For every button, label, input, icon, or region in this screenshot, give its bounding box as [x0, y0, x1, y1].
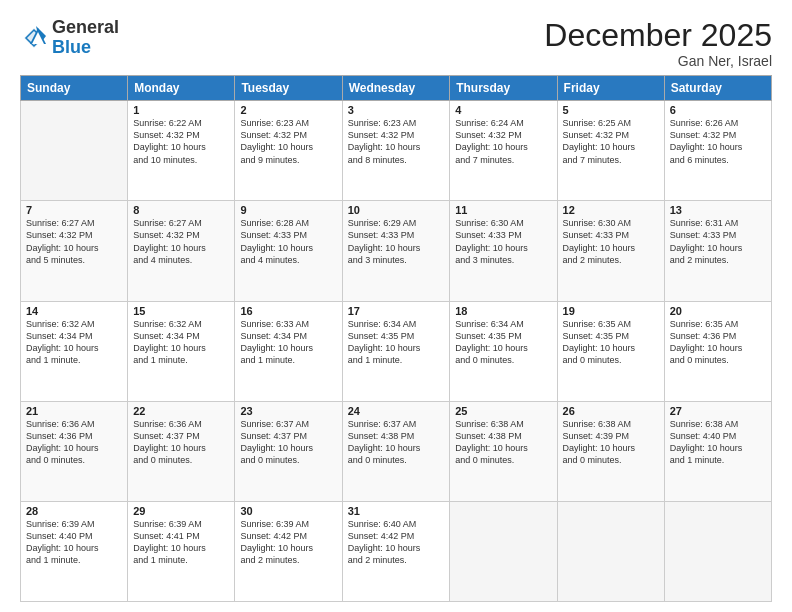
calendar-cell: 4Sunrise: 6:24 AM Sunset: 4:32 PM Daylig… — [450, 101, 557, 201]
calendar-cell — [664, 501, 771, 601]
day-info: Sunrise: 6:35 AM Sunset: 4:36 PM Dayligh… — [670, 318, 766, 367]
day-info: Sunrise: 6:39 AM Sunset: 4:41 PM Dayligh… — [133, 518, 229, 567]
calendar-cell: 28Sunrise: 6:39 AM Sunset: 4:40 PM Dayli… — [21, 501, 128, 601]
calendar-cell: 30Sunrise: 6:39 AM Sunset: 4:42 PM Dayli… — [235, 501, 342, 601]
day-number: 17 — [348, 305, 445, 317]
calendar-cell: 10Sunrise: 6:29 AM Sunset: 4:33 PM Dayli… — [342, 201, 450, 301]
day-info: Sunrise: 6:27 AM Sunset: 4:32 PM Dayligh… — [26, 217, 122, 266]
day-info: Sunrise: 6:24 AM Sunset: 4:32 PM Dayligh… — [455, 117, 551, 166]
calendar-cell: 25Sunrise: 6:38 AM Sunset: 4:38 PM Dayli… — [450, 401, 557, 501]
location: Gan Ner, Israel — [544, 53, 772, 69]
day-number: 28 — [26, 505, 122, 517]
calendar-cell: 21Sunrise: 6:36 AM Sunset: 4:36 PM Dayli… — [21, 401, 128, 501]
day-info: Sunrise: 6:26 AM Sunset: 4:32 PM Dayligh… — [670, 117, 766, 166]
day-number: 4 — [455, 104, 551, 116]
page: General Blue December 2025 Gan Ner, Isra… — [0, 0, 792, 612]
day-info: Sunrise: 6:25 AM Sunset: 4:32 PM Dayligh… — [563, 117, 659, 166]
day-info: Sunrise: 6:32 AM Sunset: 4:34 PM Dayligh… — [26, 318, 122, 367]
day-info: Sunrise: 6:37 AM Sunset: 4:37 PM Dayligh… — [240, 418, 336, 467]
day-number: 23 — [240, 405, 336, 417]
day-number: 30 — [240, 505, 336, 517]
calendar-cell: 24Sunrise: 6:37 AM Sunset: 4:38 PM Dayli… — [342, 401, 450, 501]
day-number: 12 — [563, 204, 659, 216]
calendar-cell: 19Sunrise: 6:35 AM Sunset: 4:35 PM Dayli… — [557, 301, 664, 401]
weekday-header: Thursday — [450, 76, 557, 101]
day-number: 26 — [563, 405, 659, 417]
day-number: 9 — [240, 204, 336, 216]
calendar-cell: 20Sunrise: 6:35 AM Sunset: 4:36 PM Dayli… — [664, 301, 771, 401]
calendar-cell: 3Sunrise: 6:23 AM Sunset: 4:32 PM Daylig… — [342, 101, 450, 201]
day-info: Sunrise: 6:39 AM Sunset: 4:42 PM Dayligh… — [240, 518, 336, 567]
day-info: Sunrise: 6:22 AM Sunset: 4:32 PM Dayligh… — [133, 117, 229, 166]
logo-blue-text: Blue — [52, 37, 91, 57]
calendar-table: SundayMondayTuesdayWednesdayThursdayFrid… — [20, 75, 772, 602]
logo: General Blue — [20, 18, 119, 58]
day-info: Sunrise: 6:30 AM Sunset: 4:33 PM Dayligh… — [563, 217, 659, 266]
calendar-cell — [557, 501, 664, 601]
day-number: 22 — [133, 405, 229, 417]
logo-general-text: General — [52, 17, 119, 37]
day-info: Sunrise: 6:30 AM Sunset: 4:33 PM Dayligh… — [455, 217, 551, 266]
day-number: 8 — [133, 204, 229, 216]
day-info: Sunrise: 6:35 AM Sunset: 4:35 PM Dayligh… — [563, 318, 659, 367]
calendar-cell: 5Sunrise: 6:25 AM Sunset: 4:32 PM Daylig… — [557, 101, 664, 201]
logo-text: General Blue — [52, 18, 119, 58]
logo-icon — [20, 24, 48, 52]
calendar-cell: 7Sunrise: 6:27 AM Sunset: 4:32 PM Daylig… — [21, 201, 128, 301]
day-info: Sunrise: 6:33 AM Sunset: 4:34 PM Dayligh… — [240, 318, 336, 367]
calendar-cell: 8Sunrise: 6:27 AM Sunset: 4:32 PM Daylig… — [128, 201, 235, 301]
calendar-cell: 22Sunrise: 6:36 AM Sunset: 4:37 PM Dayli… — [128, 401, 235, 501]
calendar-cell: 11Sunrise: 6:30 AM Sunset: 4:33 PM Dayli… — [450, 201, 557, 301]
day-number: 1 — [133, 104, 229, 116]
day-number: 19 — [563, 305, 659, 317]
day-info: Sunrise: 6:39 AM Sunset: 4:40 PM Dayligh… — [26, 518, 122, 567]
day-number: 11 — [455, 204, 551, 216]
day-info: Sunrise: 6:34 AM Sunset: 4:35 PM Dayligh… — [455, 318, 551, 367]
day-number: 7 — [26, 204, 122, 216]
day-info: Sunrise: 6:36 AM Sunset: 4:37 PM Dayligh… — [133, 418, 229, 467]
day-info: Sunrise: 6:23 AM Sunset: 4:32 PM Dayligh… — [348, 117, 445, 166]
day-number: 14 — [26, 305, 122, 317]
day-info: Sunrise: 6:36 AM Sunset: 4:36 PM Dayligh… — [26, 418, 122, 467]
calendar-cell — [21, 101, 128, 201]
day-number: 16 — [240, 305, 336, 317]
calendar-cell: 6Sunrise: 6:26 AM Sunset: 4:32 PM Daylig… — [664, 101, 771, 201]
day-number: 20 — [670, 305, 766, 317]
day-info: Sunrise: 6:38 AM Sunset: 4:39 PM Dayligh… — [563, 418, 659, 467]
weekday-header: Wednesday — [342, 76, 450, 101]
calendar-cell — [450, 501, 557, 601]
day-number: 21 — [26, 405, 122, 417]
day-info: Sunrise: 6:31 AM Sunset: 4:33 PM Dayligh… — [670, 217, 766, 266]
day-info: Sunrise: 6:34 AM Sunset: 4:35 PM Dayligh… — [348, 318, 445, 367]
day-number: 27 — [670, 405, 766, 417]
day-number: 15 — [133, 305, 229, 317]
weekday-header: Saturday — [664, 76, 771, 101]
calendar-week-row: 1Sunrise: 6:22 AM Sunset: 4:32 PM Daylig… — [21, 101, 772, 201]
calendar-cell: 18Sunrise: 6:34 AM Sunset: 4:35 PM Dayli… — [450, 301, 557, 401]
day-number: 2 — [240, 104, 336, 116]
calendar-cell: 1Sunrise: 6:22 AM Sunset: 4:32 PM Daylig… — [128, 101, 235, 201]
calendar-cell: 17Sunrise: 6:34 AM Sunset: 4:35 PM Dayli… — [342, 301, 450, 401]
title-block: December 2025 Gan Ner, Israel — [544, 18, 772, 69]
calendar-cell: 16Sunrise: 6:33 AM Sunset: 4:34 PM Dayli… — [235, 301, 342, 401]
calendar-cell: 27Sunrise: 6:38 AM Sunset: 4:40 PM Dayli… — [664, 401, 771, 501]
day-info: Sunrise: 6:38 AM Sunset: 4:40 PM Dayligh… — [670, 418, 766, 467]
calendar-cell: 9Sunrise: 6:28 AM Sunset: 4:33 PM Daylig… — [235, 201, 342, 301]
calendar-cell: 15Sunrise: 6:32 AM Sunset: 4:34 PM Dayli… — [128, 301, 235, 401]
day-info: Sunrise: 6:29 AM Sunset: 4:33 PM Dayligh… — [348, 217, 445, 266]
day-info: Sunrise: 6:37 AM Sunset: 4:38 PM Dayligh… — [348, 418, 445, 467]
day-number: 10 — [348, 204, 445, 216]
weekday-header: Sunday — [21, 76, 128, 101]
weekday-header: Tuesday — [235, 76, 342, 101]
day-info: Sunrise: 6:28 AM Sunset: 4:33 PM Dayligh… — [240, 217, 336, 266]
calendar-cell: 26Sunrise: 6:38 AM Sunset: 4:39 PM Dayli… — [557, 401, 664, 501]
day-number: 25 — [455, 405, 551, 417]
day-number: 5 — [563, 104, 659, 116]
calendar-week-row: 21Sunrise: 6:36 AM Sunset: 4:36 PM Dayli… — [21, 401, 772, 501]
month-year: December 2025 — [544, 18, 772, 53]
weekday-header: Monday — [128, 76, 235, 101]
calendar-week-row: 7Sunrise: 6:27 AM Sunset: 4:32 PM Daylig… — [21, 201, 772, 301]
day-number: 24 — [348, 405, 445, 417]
day-number: 13 — [670, 204, 766, 216]
day-info: Sunrise: 6:23 AM Sunset: 4:32 PM Dayligh… — [240, 117, 336, 166]
